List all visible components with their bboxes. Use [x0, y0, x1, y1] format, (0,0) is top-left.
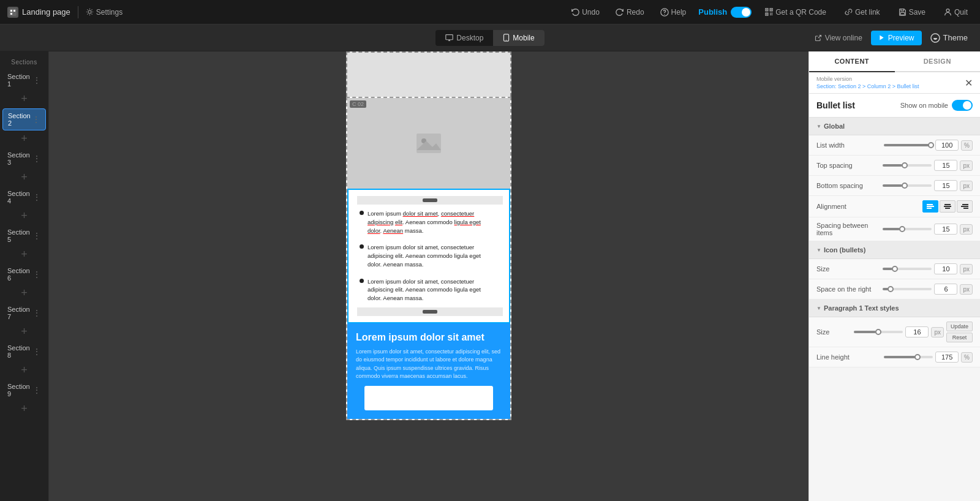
section5-menu-icon[interactable]: ⋮: [32, 232, 41, 240]
reset-button[interactable]: Reset: [946, 333, 973, 342]
spacing-items-thumb[interactable]: [899, 226, 905, 232]
preview-button[interactable]: Preview: [871, 31, 922, 45]
bullet-text-1: Lorem ipsum dolor sit amet, consectetuer…: [368, 209, 481, 235]
publish-toggle[interactable]: [731, 7, 752, 18]
bottom-spacing-thumb[interactable]: [902, 183, 908, 189]
getlink-button[interactable]: Get link: [840, 6, 885, 18]
icon-section-title: Icon (bullets): [816, 246, 973, 254]
bottom-spacing-slider[interactable]: [883, 184, 932, 187]
align-right-icon: [961, 203, 968, 209]
publish-button[interactable]: Publish: [698, 7, 752, 18]
tab-content[interactable]: CONTENT: [809, 51, 895, 72]
spacing-items-control: px: [883, 224, 973, 235]
svg-rect-0: [9, 9, 17, 16]
list-width-input[interactable]: [935, 140, 959, 151]
top-spacing-thumb[interactable]: [902, 162, 908, 168]
sidebar-item-section4[interactable]: Section 4 ⋮: [2, 187, 46, 208]
space-right-input[interactable]: [934, 284, 957, 295]
desktop-view-button[interactable]: Desktop: [435, 30, 493, 46]
close-button[interactable]: ✕: [965, 77, 973, 89]
global-section-title: Global: [816, 122, 973, 130]
p-size-slider[interactable]: [854, 331, 903, 333]
sidebar-item-section2[interactable]: Section 2 ⋮: [2, 108, 46, 130]
p-size-input[interactable]: [905, 326, 929, 337]
align-center-button[interactable]: [940, 200, 956, 213]
section1-menu-icon[interactable]: ⋮: [32, 76, 41, 85]
theme-button[interactable]: Theme: [930, 33, 968, 43]
section9-menu-icon[interactable]: ⋮: [32, 386, 41, 394]
page-title[interactable]: Landing page: [22, 7, 70, 17]
space-right-slider[interactable]: [883, 288, 932, 290]
section6-add[interactable]: +: [0, 285, 48, 302]
sidebar-item-section1[interactable]: Section 1 ⋮: [2, 70, 46, 91]
section7-menu-icon[interactable]: ⋮: [32, 309, 41, 317]
sidebar-item-section7[interactable]: Section 7 ⋮: [2, 303, 46, 323]
spacing-items-input[interactable]: [934, 224, 957, 235]
align-right-button[interactable]: [957, 200, 973, 213]
section1-add[interactable]: +: [0, 91, 48, 108]
sidebar-item-section3[interactable]: Section 3 ⋮: [2, 148, 46, 169]
line-height-thumb[interactable]: [914, 354, 921, 360]
show-mobile-toggle[interactable]: [952, 100, 973, 111]
qr-button[interactable]: Get a QR Code: [760, 6, 831, 18]
sidebar-item-section5[interactable]: Section 5 ⋮: [2, 225, 46, 246]
top-spacing-slider[interactable]: [883, 164, 932, 167]
bullet-list-section[interactable]: Lorem ipsum dolor sit amet, consectetuer…: [347, 189, 510, 323]
space-right-thumb[interactable]: [888, 286, 894, 292]
save-icon: [899, 8, 907, 16]
tab-design[interactable]: DESIGN: [895, 51, 981, 71]
icon-section-header[interactable]: Icon (bullets): [809, 241, 980, 259]
bottom-spacing-input[interactable]: [934, 180, 957, 191]
section3-menu-icon[interactable]: ⋮: [32, 154, 41, 163]
section7-add[interactable]: +: [0, 324, 48, 341]
top-spacing-input[interactable]: [934, 160, 957, 171]
section1-label: Section 1: [7, 73, 32, 88]
icon-size-thumb[interactable]: [892, 266, 898, 272]
section4-menu-icon[interactable]: ⋮: [32, 193, 41, 202]
p-size-thumb[interactable]: [875, 329, 881, 335]
line-height-slider[interactable]: [884, 356, 933, 358]
sidebar-item-section9[interactable]: Section 9 ⋮: [2, 380, 46, 401]
icon-size-control: px: [883, 263, 973, 274]
section9-add[interactable]: +: [0, 401, 48, 418]
section6-menu-icon[interactable]: ⋮: [32, 270, 41, 279]
paragraph-section-header[interactable]: Paragraph 1 Text styles: [809, 299, 980, 317]
topbar: Landing page Settings Undo Redo Help Pub…: [0, 0, 980, 24]
icon-size-unit: px: [960, 264, 973, 274]
icon-size-label: Size: [816, 265, 829, 273]
drag-handle-top[interactable]: [357, 196, 503, 205]
section8-menu-icon[interactable]: ⋮: [32, 347, 41, 356]
spacing-items-slider[interactable]: [883, 228, 932, 230]
align-left-button[interactable]: [922, 200, 938, 213]
alignment-buttons: [922, 200, 973, 213]
section4-add[interactable]: +: [0, 208, 48, 225]
redo-button[interactable]: Redo: [612, 6, 648, 18]
mobile-frame[interactable]: C 02 Lorem ipsum dolor sit amet, conse: [346, 97, 511, 420]
sidebar-item-section8[interactable]: Section 8 ⋮: [2, 341, 46, 362]
sidebar-item-section6[interactable]: Section 6 ⋮: [2, 264, 46, 285]
global-section-header[interactable]: Global: [809, 118, 980, 135]
section5-add[interactable]: +: [0, 247, 48, 263]
view-online-button[interactable]: View online: [815, 34, 862, 42]
undo-button[interactable]: Undo: [567, 6, 603, 18]
mobile-view-button[interactable]: Mobile: [493, 30, 544, 46]
list-width-thumb[interactable]: [928, 142, 934, 148]
update-button[interactable]: Update: [946, 322, 973, 331]
section8-add[interactable]: +: [0, 363, 48, 379]
save-button[interactable]: Save: [894, 6, 930, 18]
list-width-slider[interactable]: [884, 144, 933, 146]
section2-add[interactable]: +: [0, 131, 48, 148]
settings-tab[interactable]: Settings: [86, 8, 123, 17]
section3-add[interactable]: +: [0, 170, 48, 186]
icon-size-row: Size px: [809, 259, 980, 279]
white-bar: [364, 386, 493, 410]
breadcrumb-path[interactable]: Section: Section 2 > Column 2 > Bullet l…: [816, 83, 919, 89]
help-button[interactable]: Help: [657, 6, 690, 18]
drag-handle-bottom[interactable]: [357, 307, 503, 316]
quit-button[interactable]: Quit: [939, 6, 973, 18]
line-height-input[interactable]: [935, 352, 959, 363]
section2-menu-icon[interactable]: ⋮: [32, 115, 40, 124]
icon-size-slider[interactable]: [883, 268, 932, 270]
icon-size-input[interactable]: [934, 263, 957, 274]
update-reset-group: Update Reset: [946, 322, 973, 342]
